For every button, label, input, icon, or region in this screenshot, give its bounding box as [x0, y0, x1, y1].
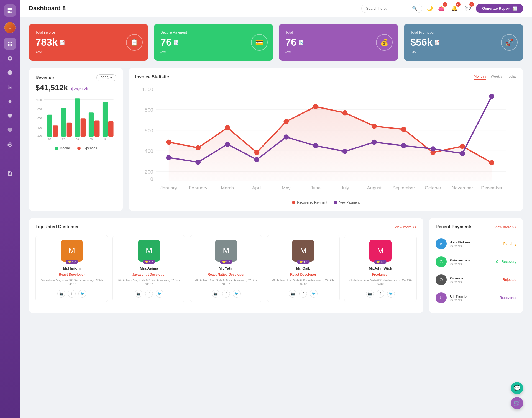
- social-icons: 📷 f 🐦: [289, 290, 318, 298]
- payment-info: Uli Trumb 24 Years: [450, 294, 496, 302]
- cart-fab[interactable]: 🛒: [511, 397, 523, 409]
- customer-role: React Developer: [290, 273, 316, 276]
- customer-address: 795 Folsom Ave, Suite 600 San Francisco,…: [193, 279, 259, 286]
- search-input[interactable]: [366, 6, 410, 11]
- sidebar-item-print[interactable]: [4, 139, 16, 151]
- sidebar-item-heart2[interactable]: [4, 124, 16, 136]
- svg-rect-15: [75, 98, 80, 137]
- customer-rating: ⭐ 4.2: [66, 260, 78, 264]
- revenue-title: Revenue: [35, 75, 54, 80]
- charts-row: Revenue 2023 ▾ $41,512k $25,612k: [29, 68, 523, 211]
- social-icons: 📷 f 🐦: [212, 290, 241, 298]
- facebook-icon[interactable]: f: [377, 290, 384, 298]
- payment-item: A Aziz Bakree 24 Years Pending: [436, 235, 516, 253]
- facebook-icon[interactable]: f: [299, 290, 307, 298]
- payment-info: Aziz Bakree 24 Years: [450, 240, 500, 248]
- customer-name: Mr. Yatin: [219, 266, 233, 270]
- customers-view-more[interactable]: View more >>: [395, 225, 417, 229]
- bell-icon-btn[interactable]: 🔔 12: [449, 3, 459, 13]
- svg-text:February: February: [189, 185, 208, 191]
- svg-point-50: [460, 144, 465, 149]
- twitter-icon[interactable]: 🐦: [310, 290, 318, 298]
- instagram-icon[interactable]: 📷: [366, 290, 374, 298]
- customer-photo: M: [61, 240, 83, 262]
- year-select[interactable]: 2023 ▾: [96, 74, 116, 81]
- svg-text:October: October: [425, 185, 441, 191]
- payment-item: G Griezerman 24 Years On Recovery: [436, 253, 516, 271]
- new-payment-dot: [334, 201, 337, 204]
- header-icons: 🌙 👛 2 🔔 12 💬 5 Generate Report 📊: [427, 3, 523, 13]
- instagram-icon[interactable]: 📷: [212, 290, 219, 298]
- tab-today[interactable]: Today: [507, 74, 516, 80]
- twitter-icon[interactable]: 🐦: [78, 290, 86, 298]
- payment-age: 24 Years: [450, 262, 493, 266]
- instagram-icon[interactable]: 📷: [57, 290, 65, 298]
- revenue-card: Revenue 2023 ▾ $41,512k $25,612k: [29, 68, 123, 211]
- instagram-icon[interactable]: 📷: [135, 290, 142, 298]
- sidebar-item-info[interactable]: [4, 66, 16, 79]
- income-label: Income: [60, 146, 71, 150]
- stat-change-0: +4%: [35, 50, 142, 54]
- twitter-icon[interactable]: 🐦: [156, 290, 163, 298]
- customer-address: 795 Folsom Ave, Suite 600 San Francisco,…: [116, 279, 181, 286]
- stat-label-2: Total: [285, 30, 392, 34]
- svg-point-55: [254, 157, 260, 162]
- svg-point-44: [284, 119, 289, 124]
- svg-point-61: [430, 146, 436, 152]
- search-box[interactable]: 🔍: [361, 4, 422, 13]
- stat-icon-2: 💰: [376, 34, 393, 51]
- sidebar-item-star[interactable]: [4, 95, 16, 107]
- twitter-icon[interactable]: 🐦: [387, 290, 395, 298]
- bar-chart-icon: 📊: [513, 6, 517, 11]
- revenue-bar-chart: 1000 800 600 400 200: [35, 97, 116, 144]
- dark-mode-toggle[interactable]: 🌙: [427, 5, 433, 11]
- svg-point-41: [196, 145, 201, 150]
- svg-rect-20: [81, 118, 86, 137]
- invoice-card: Invoice Statistic Monthly Weekly Today: [129, 68, 523, 211]
- stat-icon-0: 📋: [126, 34, 143, 51]
- support-fab[interactable]: 💬: [511, 382, 523, 394]
- facebook-icon[interactable]: f: [68, 290, 76, 298]
- instagram-icon[interactable]: 📷: [289, 290, 296, 298]
- chat-icon-btn[interactable]: 💬 5: [463, 3, 473, 13]
- top-customers-card: Top Rated Customer View more >> M ⭐ 4.2 …: [29, 218, 423, 313]
- sidebar: U: [0, 0, 20, 418]
- stat-value-0: 783k 📈: [35, 37, 142, 48]
- customer-photo: M: [138, 240, 160, 262]
- payments-view-more[interactable]: View more >>: [494, 225, 516, 229]
- svg-text:400: 400: [37, 126, 42, 129]
- payments-list: A Aziz Bakree 24 Years Pending G Griezer…: [436, 235, 516, 307]
- facebook-icon[interactable]: f: [145, 290, 153, 298]
- main-content: Dashboard 8 🔍 🌙 👛 2 🔔 12 💬 5 Generate Re…: [20, 0, 532, 418]
- sidebar-item-chart[interactable]: [4, 81, 16, 93]
- invoice-line-chart: 1000 800 600 400 200 0: [135, 84, 516, 198]
- search-icon: 🔍: [412, 6, 418, 11]
- sidebar-item-heart[interactable]: [4, 110, 16, 122]
- generate-report-button[interactable]: Generate Report 📊: [476, 4, 523, 13]
- customer-role: React Native Developer: [208, 273, 244, 276]
- facebook-icon[interactable]: f: [222, 290, 230, 298]
- sidebar-item-settings[interactable]: [4, 52, 16, 64]
- tab-monthly[interactable]: Monthly: [474, 74, 486, 80]
- sidebar-item-menu[interactable]: [4, 153, 16, 165]
- invoice-title: Invoice Statistic: [135, 75, 169, 80]
- svg-text:09: 09: [90, 138, 93, 140]
- svg-text:400: 400: [145, 148, 153, 154]
- stat-value-3: $56k 📈: [410, 37, 516, 48]
- svg-text:600: 600: [37, 117, 42, 120]
- tab-weekly[interactable]: Weekly: [491, 74, 502, 80]
- customer-name: Mr. Osib: [296, 266, 310, 270]
- stat-icon-3: 🚀: [501, 34, 518, 51]
- twitter-icon[interactable]: 🐦: [233, 290, 241, 298]
- sidebar-logo[interactable]: [4, 4, 16, 17]
- svg-point-48: [401, 127, 406, 132]
- sidebar-item-dashboard[interactable]: [4, 38, 16, 50]
- line-chart-svg: 1000 800 600 400 200 0: [135, 84, 516, 197]
- svg-rect-2: [8, 44, 10, 46]
- sidebar-item-document[interactable]: [4, 167, 16, 179]
- svg-point-45: [313, 104, 318, 109]
- wallet-icon: 👛: [438, 5, 444, 11]
- user-avatar[interactable]: U: [4, 22, 16, 33]
- customer-card: M ⭐ 4.2 Mr.Hariom React Developer 795 Fo…: [35, 235, 108, 302]
- wallet-icon-btn[interactable]: 👛 2: [436, 3, 446, 13]
